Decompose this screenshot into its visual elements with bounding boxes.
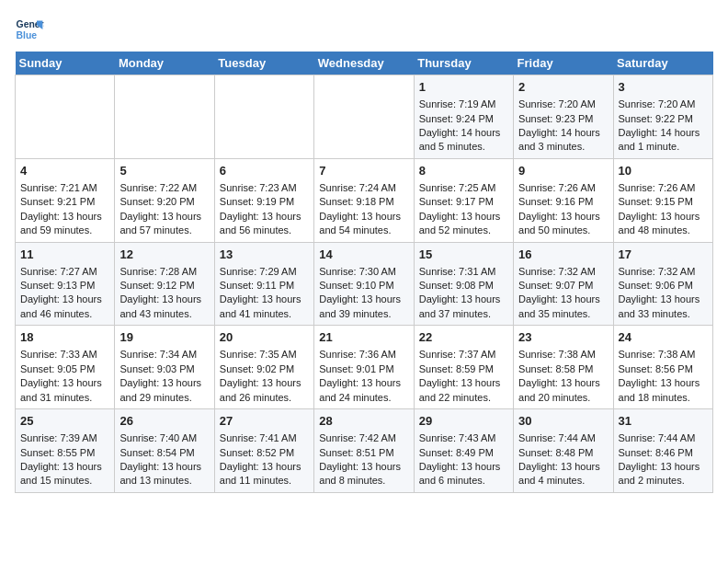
day-info: Sunrise: 7:30 AM [319,265,408,279]
day-number: 21 [319,329,408,346]
calendar-week-row: 11Sunrise: 7:27 AMSunset: 9:13 PMDayligh… [16,242,713,326]
day-info: Sunset: 9:17 PM [419,195,508,209]
day-info: Sunset: 9:07 PM [518,279,608,293]
day-info: Sunset: 8:48 PM [518,446,608,460]
day-number: 18 [20,329,109,346]
day-info: Daylight: 13 hours [619,376,708,390]
calendar-cell [314,75,414,159]
day-info: Sunset: 9:23 PM [518,112,608,126]
day-number: 13 [220,247,309,263]
day-info: Sunset: 9:20 PM [119,195,209,209]
day-info: Sunset: 9:21 PM [20,195,109,209]
day-info: Sunrise: 7:22 AM [119,181,209,195]
day-info: Daylight: 13 hours [518,460,608,474]
day-info: Sunset: 9:15 PM [619,195,708,209]
calendar-week-row: 25Sunrise: 7:39 AMSunset: 8:55 PMDayligh… [16,409,713,493]
day-info: Sunset: 9:03 PM [119,362,209,376]
day-number: 15 [419,247,508,263]
day-number: 29 [419,413,508,430]
calendar-cell: 2Sunrise: 7:20 AMSunset: 9:23 PMDaylight… [514,75,613,159]
calendar-cell: 6Sunrise: 7:23 AMSunset: 9:19 PMDaylight… [214,158,313,242]
calendar-header-row: SundayMondayTuesdayWednesdayThursdayFrid… [16,52,713,75]
day-info: Sunset: 9:12 PM [119,279,209,293]
column-header-sunday: Sunday [16,52,115,75]
day-info: Sunset: 9:10 PM [319,279,408,293]
day-number: 17 [619,247,708,263]
day-info: and 5 minutes. [419,140,508,154]
calendar-cell: 15Sunrise: 7:31 AMSunset: 9:08 PMDayligh… [414,242,513,326]
day-info: and 46 minutes. [20,307,109,321]
day-info: Daylight: 13 hours [119,376,209,390]
day-info: Sunset: 8:56 PM [619,362,708,376]
day-info: Daylight: 13 hours [619,210,708,224]
day-info: and 35 minutes. [518,307,608,321]
calendar-cell: 14Sunrise: 7:30 AMSunset: 9:10 PMDayligh… [314,242,414,326]
day-info: Sunset: 9:11 PM [220,279,309,293]
day-info: and 20 minutes. [518,391,608,405]
calendar-week-row: 18Sunrise: 7:33 AMSunset: 9:05 PMDayligh… [16,326,713,409]
day-info: Daylight: 13 hours [518,210,608,224]
day-number: 7 [319,163,408,179]
day-info: Sunrise: 7:26 AM [518,181,608,195]
day-info: Daylight: 13 hours [20,293,109,306]
day-info: Sunset: 9:22 PM [619,112,708,126]
day-info: and 8 minutes. [319,474,408,488]
day-info: Daylight: 13 hours [20,376,109,390]
day-info: Sunset: 8:51 PM [319,446,408,460]
calendar-cell: 31Sunrise: 7:44 AMSunset: 8:46 PMDayligh… [613,409,712,493]
day-number: 6 [220,163,309,179]
day-info: Daylight: 13 hours [419,293,508,306]
page-header: General Blue [15,15,713,44]
calendar-cell: 10Sunrise: 7:26 AMSunset: 9:15 PMDayligh… [613,158,712,242]
day-info: Sunset: 9:13 PM [20,279,109,293]
day-info: Sunset: 9:19 PM [220,195,309,209]
day-info: Daylight: 13 hours [119,293,209,306]
day-info: and 2 minutes. [619,474,708,488]
day-info: and 48 minutes. [619,224,708,237]
day-info: and 4 minutes. [518,474,608,488]
day-info: and 22 minutes. [419,391,508,405]
day-info: Sunset: 8:49 PM [419,446,508,460]
calendar-cell [214,75,313,159]
day-info: Daylight: 13 hours [419,376,508,390]
day-info: and 50 minutes. [518,224,608,237]
day-info: Sunrise: 7:20 AM [518,98,608,111]
day-info: Daylight: 14 hours [619,126,708,140]
day-info: Sunrise: 7:37 AM [419,348,508,362]
day-number: 8 [419,163,508,179]
day-info: Daylight: 13 hours [220,376,309,390]
day-info: Sunrise: 7:32 AM [619,265,708,279]
day-info: and 31 minutes. [20,391,109,405]
day-info: Sunrise: 7:44 AM [518,431,608,445]
day-info: Sunrise: 7:38 AM [619,348,708,362]
day-number: 23 [518,329,608,346]
day-info: Sunrise: 7:31 AM [419,265,508,279]
column-header-wednesday: Wednesday [314,52,414,75]
day-number: 25 [20,413,109,430]
day-info: and 52 minutes. [419,224,508,237]
day-info: and 56 minutes. [220,224,309,237]
calendar-cell: 22Sunrise: 7:37 AMSunset: 8:59 PMDayligh… [414,326,513,409]
day-info: Sunrise: 7:19 AM [419,98,508,111]
day-info: and 13 minutes. [119,474,209,488]
calendar-cell [16,75,115,159]
svg-text:Blue: Blue [17,30,38,40]
calendar-week-row: 4Sunrise: 7:21 AMSunset: 9:21 PMDaylight… [16,158,713,242]
calendar-cell: 20Sunrise: 7:35 AMSunset: 9:02 PMDayligh… [214,326,313,409]
day-info: Sunset: 9:05 PM [20,362,109,376]
calendar-cell: 24Sunrise: 7:38 AMSunset: 8:56 PMDayligh… [613,326,712,409]
calendar-cell: 28Sunrise: 7:42 AMSunset: 8:51 PMDayligh… [314,409,414,493]
day-info: Sunrise: 7:21 AM [20,181,109,195]
calendar-cell: 8Sunrise: 7:25 AMSunset: 9:17 PMDaylight… [414,158,513,242]
day-number: 24 [619,329,708,346]
day-number: 12 [119,247,209,263]
day-number: 27 [220,413,309,430]
calendar-cell: 1Sunrise: 7:19 AMSunset: 9:24 PMDaylight… [414,75,513,159]
day-info: Sunset: 9:16 PM [518,195,608,209]
calendar-cell: 7Sunrise: 7:24 AMSunset: 9:18 PMDaylight… [314,158,414,242]
day-info: and 39 minutes. [319,307,408,321]
calendar-cell: 30Sunrise: 7:44 AMSunset: 8:48 PMDayligh… [514,409,613,493]
column-header-tuesday: Tuesday [214,52,313,75]
day-number: 26 [119,413,209,430]
calendar-cell: 17Sunrise: 7:32 AMSunset: 9:06 PMDayligh… [613,242,712,326]
